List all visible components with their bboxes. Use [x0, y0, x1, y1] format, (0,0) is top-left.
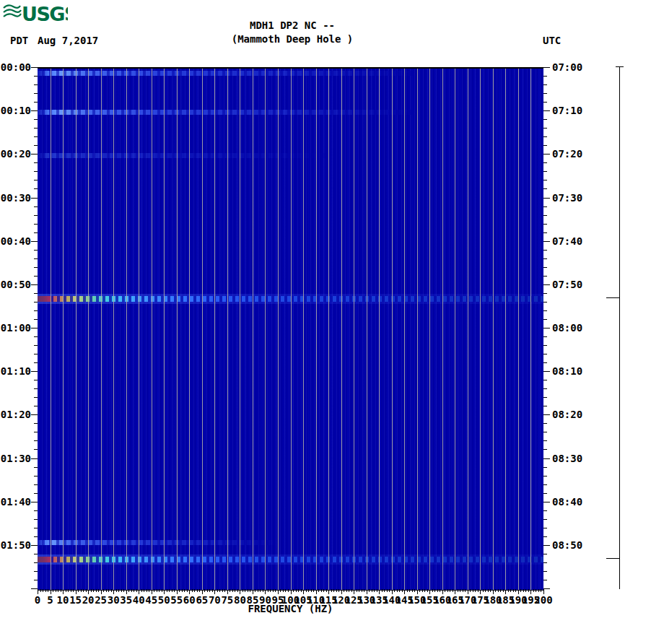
frequency-axis-tick [63, 589, 64, 594]
frequency-axis-tick [528, 589, 529, 592]
frequency-axis-tick [162, 589, 162, 592]
frequency-axis-tick [98, 589, 99, 592]
left-axis-tick [34, 484, 38, 485]
right-axis-tick [543, 362, 547, 363]
right-time-label: 07:30 [552, 192, 582, 204]
frequency-axis-tick [174, 589, 175, 592]
frequency-axis-tick [402, 589, 403, 592]
right-time-label: 07:20 [552, 148, 582, 160]
frequency-axis-tick [144, 589, 144, 592]
frequency-gridline [253, 69, 253, 590]
frequency-axis-tick [121, 589, 122, 592]
left-axis-tick [34, 76, 38, 77]
frequency-axis-tick [194, 589, 195, 592]
right-axis-tick [543, 328, 550, 328]
frequency-gridline [328, 69, 329, 590]
frequency-axis-tick [346, 589, 347, 592]
frequency-axis-tick [404, 589, 405, 594]
right-axis-tick [543, 423, 547, 424]
left-time-label: 01:20 [0, 409, 31, 420]
usgs-logo-graphic: USGS [3, 2, 68, 25]
frequency-gridline [214, 69, 215, 590]
left-axis-tick [34, 319, 38, 320]
frequency-axis-tick [136, 589, 137, 592]
frequency-axis-tick [154, 589, 154, 592]
frequency-axis-tick [212, 589, 213, 592]
frequency-axis-tick [288, 589, 289, 592]
left-axis-tick [34, 440, 38, 441]
frequency-axis-tick [362, 589, 362, 592]
frequency-axis-tick [113, 589, 114, 594]
frequency-axis-tick [128, 589, 129, 592]
frequency-gridline [530, 69, 531, 590]
frequency-axis-tick [316, 589, 317, 594]
frequency-axis-tick [197, 589, 198, 592]
left-time-label: 01:30 [0, 453, 31, 464]
frequency-axis-tick [468, 589, 468, 594]
frequency-axis-tick [159, 589, 160, 592]
frequency-gridline [341, 69, 342, 590]
frequency-axis-tick [478, 589, 479, 592]
frequency-axis-tick [372, 589, 372, 592]
frequency-axis-tick [493, 589, 494, 594]
right-axis-tick [543, 493, 547, 494]
frequency-axis-tick [149, 589, 149, 592]
scale-bar-top-tick [616, 66, 624, 67]
frequency-axis-tick [473, 589, 473, 592]
spectrogram-plot[interactable] [38, 67, 543, 591]
left-axis-tick [34, 519, 38, 520]
left-axis-tick [34, 119, 38, 120]
right-axis-tick [543, 284, 550, 285]
right-axis-tick [543, 510, 547, 511]
frequency-axis-tick [437, 589, 438, 592]
frequency-axis-tick [495, 589, 496, 592]
left-axis-tick [31, 588, 38, 589]
right-axis-tick [543, 449, 547, 450]
frequency-axis-tick [432, 589, 433, 592]
left-axis-tick [34, 128, 38, 129]
frequency-axis-tick [157, 589, 157, 592]
frequency-axis-tick [108, 589, 109, 592]
left-axis-tick [34, 188, 38, 189]
frequency-axis-tick [326, 589, 327, 592]
frequency-gridline [240, 69, 240, 590]
frequency-axis-tick [48, 589, 48, 592]
right-axis-tick [543, 145, 547, 146]
frequency-gridline [442, 69, 443, 590]
right-time-label: 08:30 [552, 453, 582, 464]
frequency-axis-tick [182, 589, 183, 592]
frequency-axis-tick [389, 589, 390, 592]
right-axis-tick [543, 467, 547, 468]
frequency-axis-tick [394, 589, 395, 592]
frequency-axis-tick [237, 589, 238, 592]
frequency-axis-tick [392, 589, 393, 594]
left-axis-tick [34, 423, 38, 424]
frequency-gridline [164, 69, 165, 590]
frequency-axis-tick [76, 589, 77, 594]
right-axis-tick [543, 206, 547, 207]
left-axis-tick [34, 571, 38, 572]
right-axis-tick [543, 545, 550, 546]
left-axis-tick [34, 84, 38, 85]
left-axis-tick [31, 545, 38, 546]
right-time-label: 08:00 [552, 322, 582, 334]
frequency-axis-tick [367, 589, 367, 594]
frequency-axis-tick [296, 589, 297, 592]
left-axis-tick [34, 136, 38, 137]
frequency-axis-tick [260, 589, 261, 592]
left-axis-tick [34, 102, 38, 103]
station-title: MDH1 DP2 NC -- [166, 19, 419, 31]
frequency-axis-tick [285, 589, 286, 592]
left-time-label: 01:00 [0, 322, 31, 334]
frequency-gridline [291, 69, 292, 590]
frequency-axis-tick [240, 589, 240, 594]
frequency-axis-tick [268, 589, 268, 592]
left-axis-tick [34, 580, 38, 580]
frequency-axis-tick [518, 589, 519, 594]
left-time-label: 00:10 [0, 105, 31, 116]
frequency-axis-tick [43, 589, 43, 592]
frequency-axis-tick [399, 589, 400, 592]
frequency-axis-tick [414, 589, 415, 592]
frequency-axis-tick [101, 589, 102, 594]
frequency-axis-tick [508, 589, 509, 592]
